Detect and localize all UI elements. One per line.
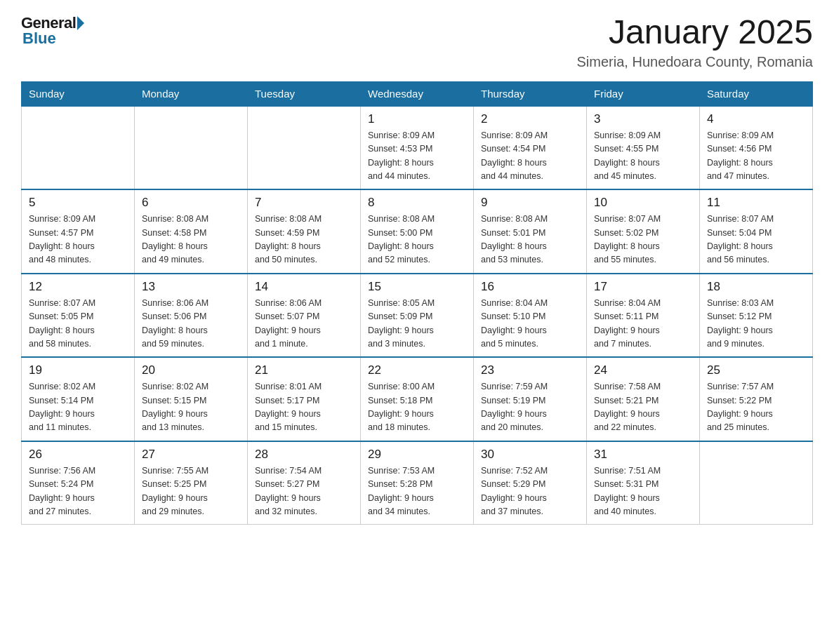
day-info: Sunrise: 8:05 AMSunset: 5:09 PMDaylight:… (368, 297, 466, 351)
day-info: Sunrise: 7:53 AMSunset: 5:28 PMDaylight:… (368, 464, 466, 519)
calendar-cell: 11Sunrise: 8:07 AMSunset: 5:04 PMDayligh… (700, 189, 813, 274)
day-info: Sunrise: 8:00 AMSunset: 5:18 PMDaylight:… (368, 380, 466, 435)
header-sunday: Sunday (22, 81, 135, 106)
calendar-cell: 1Sunrise: 8:09 AMSunset: 4:53 PMDaylight… (361, 106, 474, 190)
day-info: Sunrise: 8:09 AMSunset: 4:54 PMDaylight:… (481, 129, 579, 184)
calendar-cell (700, 441, 813, 525)
calendar-cell: 27Sunrise: 7:55 AMSunset: 5:25 PMDayligh… (135, 441, 248, 525)
header-friday: Friday (587, 81, 700, 106)
day-info: Sunrise: 8:08 AMSunset: 5:01 PMDaylight:… (481, 213, 579, 267)
calendar-cell: 21Sunrise: 8:01 AMSunset: 5:17 PMDayligh… (248, 357, 361, 441)
day-number: 15 (368, 280, 466, 294)
calendar-cell: 18Sunrise: 8:03 AMSunset: 5:12 PMDayligh… (700, 274, 813, 358)
day-number: 31 (594, 448, 692, 462)
calendar-cell: 26Sunrise: 7:56 AMSunset: 5:24 PMDayligh… (22, 441, 135, 525)
day-number: 6 (142, 196, 240, 210)
day-info: Sunrise: 7:57 AMSunset: 5:22 PMDaylight:… (707, 380, 805, 435)
day-number: 9 (481, 196, 579, 210)
day-number: 10 (594, 196, 692, 210)
logo-arrow-icon (77, 16, 84, 30)
calendar-cell: 8Sunrise: 8:08 AMSunset: 5:00 PMDaylight… (361, 189, 474, 274)
calendar-cell: 22Sunrise: 8:00 AMSunset: 5:18 PMDayligh… (361, 357, 474, 441)
calendar-header-row: SundayMondayTuesdayWednesdayThursdayFrid… (22, 81, 813, 106)
day-number: 2 (481, 112, 579, 126)
calendar-cell: 6Sunrise: 8:08 AMSunset: 4:58 PMDaylight… (135, 189, 248, 274)
calendar-cell: 30Sunrise: 7:52 AMSunset: 5:29 PMDayligh… (474, 441, 587, 525)
day-number: 12 (29, 280, 127, 294)
calendar-title: January 2025 (577, 14, 813, 51)
calendar-cell (248, 106, 361, 190)
day-info: Sunrise: 8:09 AMSunset: 4:55 PMDaylight:… (594, 129, 692, 184)
day-number: 27 (142, 448, 240, 462)
header-tuesday: Tuesday (248, 81, 361, 106)
calendar-table: SundayMondayTuesdayWednesdayThursdayFrid… (21, 81, 813, 525)
day-number: 20 (142, 363, 240, 377)
day-number: 7 (255, 196, 353, 210)
calendar-cell: 9Sunrise: 8:08 AMSunset: 5:01 PMDaylight… (474, 189, 587, 274)
day-info: Sunrise: 7:58 AMSunset: 5:21 PMDaylight:… (594, 380, 692, 435)
calendar-cell: 14Sunrise: 8:06 AMSunset: 5:07 PMDayligh… (248, 274, 361, 358)
calendar-cell (135, 106, 248, 190)
day-info: Sunrise: 8:02 AMSunset: 5:14 PMDaylight:… (29, 380, 127, 435)
day-number: 11 (707, 196, 805, 210)
day-number: 16 (481, 280, 579, 294)
day-number: 24 (594, 363, 692, 377)
day-number: 17 (594, 280, 692, 294)
header-saturday: Saturday (700, 81, 813, 106)
day-number: 26 (29, 448, 127, 462)
calendar-cell: 25Sunrise: 7:57 AMSunset: 5:22 PMDayligh… (700, 357, 813, 441)
day-info: Sunrise: 8:07 AMSunset: 5:05 PMDaylight:… (29, 297, 127, 351)
day-number: 13 (142, 280, 240, 294)
logo-blue-text: Blue (22, 29, 84, 48)
calendar-cell: 15Sunrise: 8:05 AMSunset: 5:09 PMDayligh… (361, 274, 474, 358)
calendar-location: Simeria, Hunedoara County, Romania (577, 54, 813, 70)
day-info: Sunrise: 8:03 AMSunset: 5:12 PMDaylight:… (707, 297, 805, 351)
header-thursday: Thursday (474, 81, 587, 106)
day-number: 25 (707, 363, 805, 377)
day-info: Sunrise: 8:01 AMSunset: 5:17 PMDaylight:… (255, 380, 353, 435)
day-info: Sunrise: 8:08 AMSunset: 4:59 PMDaylight:… (255, 213, 353, 267)
day-info: Sunrise: 8:06 AMSunset: 5:07 PMDaylight:… (255, 297, 353, 351)
calendar-cell: 3Sunrise: 8:09 AMSunset: 4:55 PMDaylight… (587, 106, 700, 190)
header-wednesday: Wednesday (361, 81, 474, 106)
calendar-cell: 24Sunrise: 7:58 AMSunset: 5:21 PMDayligh… (587, 357, 700, 441)
title-block: January 2025 Simeria, Hunedoara County, … (577, 14, 813, 70)
day-info: Sunrise: 7:54 AMSunset: 5:27 PMDaylight:… (255, 464, 353, 519)
day-info: Sunrise: 7:55 AMSunset: 5:25 PMDaylight:… (142, 464, 240, 519)
day-info: Sunrise: 7:56 AMSunset: 5:24 PMDaylight:… (29, 464, 127, 519)
week-row-5: 26Sunrise: 7:56 AMSunset: 5:24 PMDayligh… (22, 441, 813, 525)
day-number: 22 (368, 363, 466, 377)
day-info: Sunrise: 8:08 AMSunset: 4:58 PMDaylight:… (142, 213, 240, 267)
calendar-cell: 20Sunrise: 8:02 AMSunset: 5:15 PMDayligh… (135, 357, 248, 441)
day-number: 1 (368, 112, 466, 126)
day-info: Sunrise: 7:59 AMSunset: 5:19 PMDaylight:… (481, 380, 579, 435)
header-monday: Monday (135, 81, 248, 106)
week-row-3: 12Sunrise: 8:07 AMSunset: 5:05 PMDayligh… (22, 274, 813, 358)
calendar-cell (22, 106, 135, 190)
calendar-cell: 13Sunrise: 8:06 AMSunset: 5:06 PMDayligh… (135, 274, 248, 358)
logo: General Blue (21, 14, 84, 48)
day-info: Sunrise: 7:52 AMSunset: 5:29 PMDaylight:… (481, 464, 579, 519)
day-number: 30 (481, 448, 579, 462)
calendar-cell: 19Sunrise: 8:02 AMSunset: 5:14 PMDayligh… (22, 357, 135, 441)
day-info: Sunrise: 7:51 AMSunset: 5:31 PMDaylight:… (594, 464, 692, 519)
calendar-cell: 4Sunrise: 8:09 AMSunset: 4:56 PMDaylight… (700, 106, 813, 190)
calendar-cell: 12Sunrise: 8:07 AMSunset: 5:05 PMDayligh… (22, 274, 135, 358)
calendar-cell: 7Sunrise: 8:08 AMSunset: 4:59 PMDaylight… (248, 189, 361, 274)
calendar-cell: 17Sunrise: 8:04 AMSunset: 5:11 PMDayligh… (587, 274, 700, 358)
day-info: Sunrise: 8:04 AMSunset: 5:11 PMDaylight:… (594, 297, 692, 351)
day-info: Sunrise: 8:07 AMSunset: 5:04 PMDaylight:… (707, 213, 805, 267)
day-info: Sunrise: 8:08 AMSunset: 5:00 PMDaylight:… (368, 213, 466, 267)
day-info: Sunrise: 8:09 AMSunset: 4:56 PMDaylight:… (707, 129, 805, 184)
calendar-cell: 28Sunrise: 7:54 AMSunset: 5:27 PMDayligh… (248, 441, 361, 525)
calendar-cell: 16Sunrise: 8:04 AMSunset: 5:10 PMDayligh… (474, 274, 587, 358)
week-row-2: 5Sunrise: 8:09 AMSunset: 4:57 PMDaylight… (22, 189, 813, 274)
day-number: 18 (707, 280, 805, 294)
day-number: 8 (368, 196, 466, 210)
day-info: Sunrise: 8:06 AMSunset: 5:06 PMDaylight:… (142, 297, 240, 351)
day-number: 14 (255, 280, 353, 294)
calendar-cell: 23Sunrise: 7:59 AMSunset: 5:19 PMDayligh… (474, 357, 587, 441)
calendar-cell: 5Sunrise: 8:09 AMSunset: 4:57 PMDaylight… (22, 189, 135, 274)
day-number: 28 (255, 448, 353, 462)
day-number: 4 (707, 112, 805, 126)
